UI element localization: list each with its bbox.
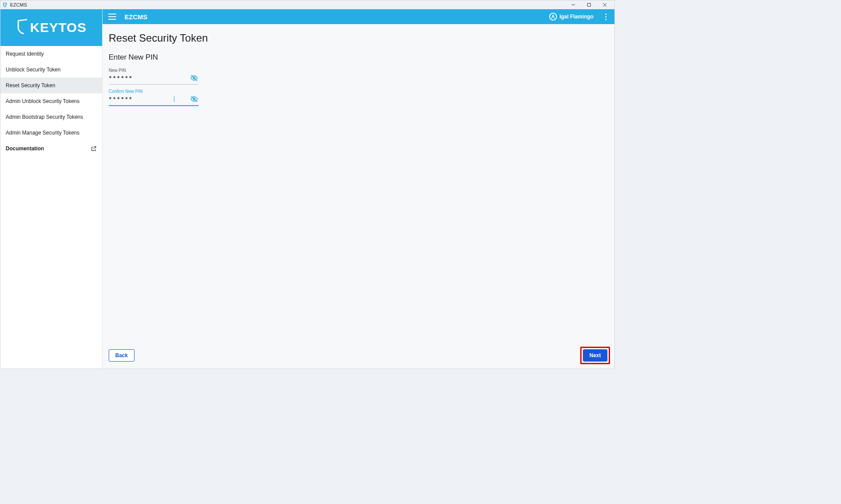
new-pin-field: New PIN [109, 68, 199, 85]
main-content: Reset Security Token Enter New PIN New P… [103, 24, 614, 369]
window-title: EZCMS [10, 2, 27, 7]
footer-actions: Back Next [109, 347, 610, 364]
user-icon [549, 13, 557, 21]
shield-icon [16, 18, 28, 37]
next-button-highlight: Next [580, 347, 610, 364]
sidebar-item-reset-security-token[interactable]: Reset Security Token [0, 78, 102, 93]
app-window: EZCMS KEYTOS Request Identity Unbl [0, 0, 615, 369]
eye-off-icon[interactable] [190, 74, 199, 82]
sidebar-item-label: Admin Bootstrap Security Tokens [6, 114, 83, 120]
logo-area: KEYTOS [0, 9, 102, 46]
confirm-pin-label: Confirm New PIN [109, 89, 199, 94]
section-title: Enter New PIN [109, 53, 608, 62]
svg-point-7 [552, 15, 554, 17]
new-pin-label: New PIN [109, 68, 199, 73]
user-menu[interactable]: Igal Flamingo [546, 12, 596, 21]
sidebar-item-request-identity[interactable]: Request Identity [0, 46, 102, 62]
sidebar-item-label: Unblock Security Token [6, 67, 60, 73]
window-minimize-button[interactable] [565, 0, 581, 9]
topbar-app-name: EZCMS [124, 13, 148, 21]
sidebar-item-label: Admin Unblock Security Tokens [6, 98, 80, 104]
back-button[interactable]: Back [109, 349, 135, 362]
sidebar-item-label: Admin Manage Security Tokens [6, 130, 80, 136]
confirm-pin-field: Confirm New PIN [109, 89, 199, 106]
sidebar-item-label: Request Identity [6, 51, 44, 57]
app-icon [2, 2, 8, 8]
external-link-icon [91, 146, 97, 152]
window-titlebar: EZCMS [0, 0, 614, 9]
window-close-button[interactable] [597, 0, 613, 9]
page-title: Reset Security Token [109, 32, 608, 44]
text-cursor [174, 96, 174, 102]
sidebar-item-label: Reset Security Token [6, 82, 55, 89]
sidebar-item-documentation[interactable]: Documentation [0, 141, 102, 156]
sidebar-item-label: Documentation [6, 146, 44, 152]
sidebar-item-admin-manage[interactable]: Admin Manage Security Tokens [0, 125, 102, 141]
next-button[interactable]: Next [583, 349, 607, 362]
sidebar-item-admin-unblock[interactable]: Admin Unblock Security Tokens [0, 93, 102, 109]
user-name: Igal Flamingo [560, 14, 593, 20]
window-maximize-button[interactable] [581, 0, 597, 9]
new-pin-input[interactable] [109, 75, 190, 81]
logo-text: KEYTOS [30, 20, 87, 35]
topbar: EZCMS Igal Flamingo [103, 9, 614, 24]
confirm-pin-input[interactable] [109, 96, 176, 102]
sidebar: KEYTOS Request Identity Unblock Security… [0, 9, 103, 369]
sidebar-item-unblock-security-token[interactable]: Unblock Security Token [0, 62, 102, 78]
eye-off-icon[interactable] [190, 95, 199, 103]
svg-rect-1 [588, 4, 591, 7]
sidebar-item-admin-bootstrap[interactable]: Admin Bootstrap Security Tokens [0, 109, 102, 125]
hamburger-icon[interactable] [107, 11, 117, 22]
kebab-menu-icon[interactable] [601, 14, 610, 20]
